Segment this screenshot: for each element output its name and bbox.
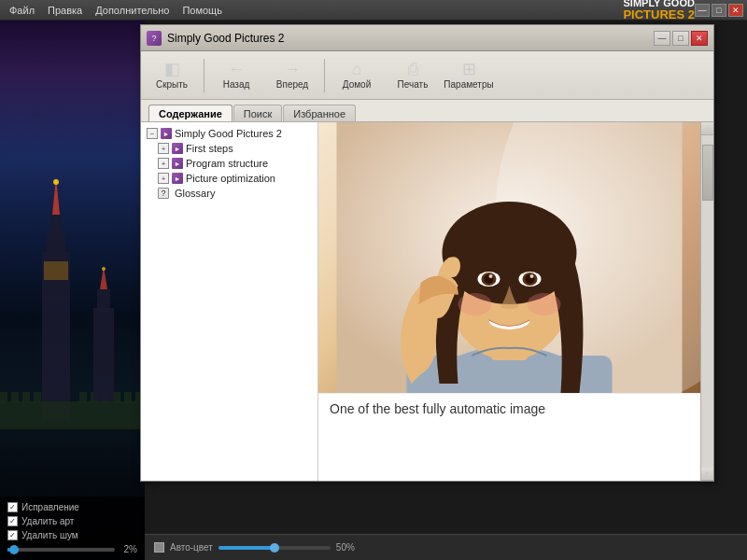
outer-win-buttons: — □ ✕ bbox=[695, 4, 743, 17]
toolbar-back-button[interactable]: ← Назад bbox=[209, 54, 263, 97]
tree-expander-program-structure[interactable]: + bbox=[158, 158, 169, 169]
art-label: Удалить арт bbox=[21, 516, 74, 526]
menu-help[interactable]: Помощь bbox=[176, 3, 228, 18]
toolbar-sep-1 bbox=[204, 59, 204, 92]
svg-point-31 bbox=[489, 274, 493, 278]
noise-slider-thumb[interactable] bbox=[9, 545, 19, 554]
toolbar-print-button[interactable]: ⎙ Печать bbox=[386, 54, 440, 97]
outer-maximize-button[interactable]: □ bbox=[712, 4, 726, 17]
tree-expander-first-steps[interactable]: + bbox=[158, 143, 169, 154]
forward-label: Вперед bbox=[276, 79, 308, 90]
toolbar-sep-2 bbox=[324, 59, 325, 92]
svg-rect-16 bbox=[93, 308, 114, 401]
tab-search[interactable]: Поиск bbox=[233, 105, 282, 121]
auto-color-checkbox[interactable] bbox=[154, 542, 164, 553]
tree-icon-glossary: ? bbox=[158, 188, 169, 199]
tree-item-main[interactable]: − ► Simply Good Pictures 2 bbox=[145, 126, 314, 141]
svg-point-36 bbox=[458, 293, 492, 315]
tab-bar: Содержание Поиск Избранное bbox=[141, 100, 713, 122]
inner-main-area: − ► Simply Good Pictures 2 + ► First ste… bbox=[141, 122, 713, 481]
tree-label-first-steps: First steps bbox=[186, 143, 233, 154]
tree-item-first-steps[interactable]: + ► First steps bbox=[145, 141, 314, 156]
print-icon: ⎙ bbox=[408, 61, 418, 77]
svg-rect-9 bbox=[34, 392, 41, 403]
scrollbar-down-button[interactable]: ▼ bbox=[701, 468, 714, 481]
options-label: Параметры bbox=[444, 79, 493, 90]
tree-expander-picture-opt[interactable]: + bbox=[158, 173, 169, 184]
tab-favorites[interactable]: Избранное bbox=[283, 105, 356, 121]
content-description: One of the best fully automatic image bbox=[318, 393, 700, 424]
svg-rect-17 bbox=[97, 289, 110, 313]
svg-rect-8 bbox=[22, 392, 30, 403]
svg-rect-7 bbox=[11, 392, 19, 403]
outer-titlebar: Файл Правка Дополнительно Помощь SIMPLY … bbox=[0, 0, 747, 21]
tree-item-program-structure[interactable]: + ► Program structure bbox=[145, 156, 314, 171]
scrollbar-up-button[interactable]: ▲ bbox=[701, 122, 714, 135]
svg-point-35 bbox=[530, 274, 534, 278]
tree-label-picture-opt: Picture optimization bbox=[186, 173, 275, 184]
back-icon: ← bbox=[228, 61, 245, 77]
options-icon: ⊞ bbox=[462, 61, 476, 77]
menu-file[interactable]: Файл bbox=[4, 3, 40, 18]
inner-win-buttons: — □ ✕ bbox=[654, 31, 708, 46]
tree-item-glossary[interactable]: ? Glossary bbox=[145, 186, 314, 201]
svg-point-19 bbox=[53, 179, 59, 185]
svg-rect-4 bbox=[44, 261, 68, 280]
noise-label: Удалить шум bbox=[21, 530, 78, 540]
inner-window-icon: ? bbox=[147, 31, 162, 46]
scrollbar-track bbox=[701, 135, 714, 468]
toolbar-hide-button[interactable]: ◧ Скрыть bbox=[145, 54, 199, 97]
outer-close-button[interactable]: ✕ bbox=[728, 4, 743, 17]
auto-color-slider-fill bbox=[218, 546, 275, 550]
tree-expander-main[interactable]: − bbox=[147, 128, 158, 139]
home-label: Домой bbox=[343, 79, 371, 90]
inner-close-button[interactable]: ✕ bbox=[691, 31, 708, 46]
tab-contents[interactable]: Содержание bbox=[148, 105, 233, 121]
inner-help-window: ? Simply Good Pictures 2 — □ ✕ ◧ Скрыть … bbox=[140, 24, 714, 482]
bottom-controls: ✓ Исправление ✓ Удалить арт ✓ Удалить шу… bbox=[0, 497, 145, 560]
hide-label: Скрыть bbox=[156, 79, 188, 90]
control-row-fix: ✓ Исправление bbox=[7, 502, 137, 512]
tree-icon-program-structure: ► bbox=[172, 158, 183, 169]
toolbar-forward-button[interactable]: → Вперед bbox=[265, 54, 319, 97]
svg-rect-13 bbox=[113, 392, 120, 403]
toolbar-home-button[interactable]: ⌂ Домой bbox=[330, 54, 384, 97]
auto-color-pct: 50% bbox=[336, 542, 355, 553]
forward-icon: → bbox=[284, 61, 301, 77]
outer-titlebar-left: Файл Правка Дополнительно Помощь bbox=[4, 3, 228, 18]
content-scrollbar: ▲ ▼ bbox=[700, 122, 713, 481]
inner-minimize-button[interactable]: — bbox=[654, 31, 670, 46]
menu-edit[interactable]: Правка bbox=[42, 3, 88, 18]
svg-rect-10 bbox=[79, 392, 87, 403]
bg-photo bbox=[0, 21, 145, 560]
status-bar: Авто-цвет 50% bbox=[145, 534, 747, 560]
svg-rect-2 bbox=[50, 215, 62, 238]
tree-item-picture-opt[interactable]: + ► Picture optimization bbox=[145, 171, 314, 186]
outer-menu: Файл Правка Дополнительно Помощь bbox=[4, 3, 228, 18]
checkbox-noise[interactable]: ✓ bbox=[7, 530, 18, 540]
control-row-art: ✓ Удалить арт bbox=[7, 516, 137, 526]
outer-logo: SIMPLY GOOD PICTURES 2 bbox=[623, 0, 695, 22]
outer-minimize-button[interactable]: — bbox=[695, 4, 710, 17]
noise-slider-track bbox=[7, 548, 115, 552]
auto-color-label: Авто-цвет bbox=[170, 542, 213, 553]
svg-rect-5 bbox=[0, 401, 145, 429]
toolbar: ◧ Скрыть ← Назад → Вперед ⌂ Домой bbox=[141, 51, 713, 100]
scrollbar-thumb[interactable] bbox=[702, 145, 713, 201]
inner-titlebar: ? Simply Good Pictures 2 — □ ✕ bbox=[141, 25, 713, 51]
menu-extra[interactable]: Дополнительно bbox=[90, 3, 175, 18]
tree-label-glossary: Glossary bbox=[175, 188, 215, 199]
fix-label: Исправление bbox=[21, 502, 79, 512]
checkbox-fix[interactable]: ✓ bbox=[7, 502, 18, 512]
tree-icon-picture-opt: ► bbox=[172, 173, 183, 184]
toolbar-options-button[interactable]: ⊞ Параметры bbox=[442, 54, 496, 97]
home-icon: ⌂ bbox=[352, 61, 362, 77]
auto-color-slider-thumb[interactable] bbox=[270, 543, 279, 553]
checkbox-art[interactable]: ✓ bbox=[7, 516, 18, 526]
inner-titlebar-left: ? Simply Good Pictures 2 bbox=[147, 31, 284, 46]
outer-window: Файл Правка Дополнительно Помощь SIMPLY … bbox=[0, 0, 747, 560]
hide-icon: ◧ bbox=[164, 61, 180, 77]
inner-maximize-button[interactable]: □ bbox=[672, 31, 689, 46]
outer-content: ✓ Исправление ✓ Удалить арт ✓ Удалить шу… bbox=[0, 21, 747, 560]
control-row-noise: ✓ Удалить шум bbox=[7, 530, 137, 540]
